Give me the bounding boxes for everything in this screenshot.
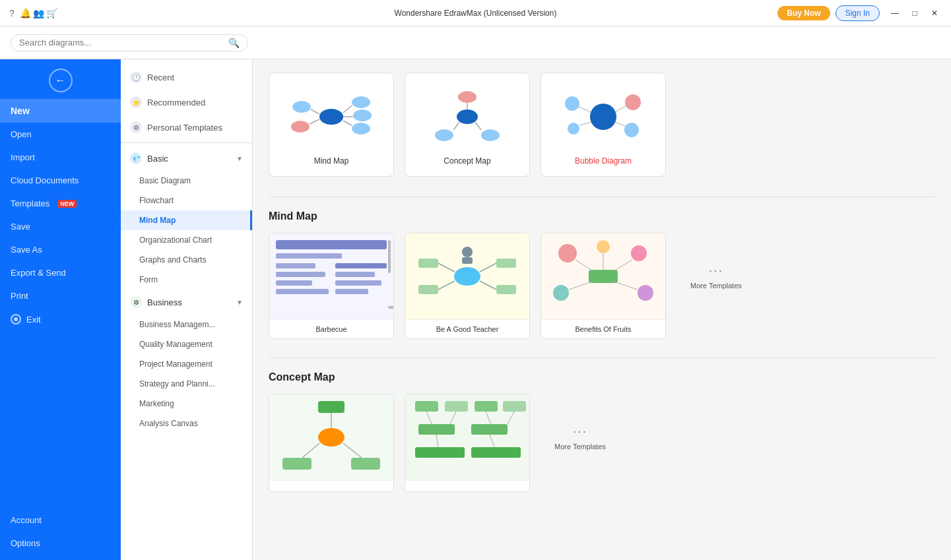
sidebar-item-save[interactable]: Save [0, 215, 121, 238]
back-button[interactable]: ← [0, 62, 121, 99]
mid-nav-recent-label: Recent [147, 73, 174, 82]
section-divider-2 [269, 358, 935, 358]
svg-rect-76 [503, 401, 526, 412]
good-teacher-img [405, 233, 529, 319]
maximize-button[interactable]: □ [905, 3, 925, 23]
sidebar-item-print[interactable]: Print [0, 284, 121, 307]
mid-category-basic[interactable]: 💎 Basic ▼ [121, 146, 252, 171]
svg-point-13 [435, 129, 453, 141]
titlebar-icon-bell[interactable]: 🔔 [20, 8, 30, 18]
titlebar-icon-users[interactable]: 👥 [33, 8, 44, 18]
more-templates-mind-map[interactable]: ··· More Templates [676, 233, 756, 319]
sidebar-item-save-as-label: Save As [11, 245, 42, 255]
svg-line-10 [343, 121, 352, 125]
mid-nav-mind-map[interactable]: Mind Map [121, 210, 252, 230]
svg-rect-74 [445, 401, 468, 412]
sidebar-item-save-as[interactable]: Save As [0, 238, 121, 261]
mid-nav-basic-diagram[interactable]: Basic Diagram [121, 171, 252, 191]
svg-rect-67 [282, 458, 312, 470]
featured-card-bubble-label: Bubble Diagram [575, 156, 632, 166]
search-input[interactable] [19, 38, 226, 47]
svg-line-8 [343, 106, 352, 113]
sign-in-button[interactable]: Sign In [836, 5, 880, 21]
sidebar-item-import[interactable]: Import [0, 146, 121, 169]
sidebar-item-templates[interactable]: Templates NEW [0, 192, 121, 215]
template-barbecue[interactable]: Barbecue [269, 233, 394, 339]
svg-point-3 [352, 96, 370, 108]
concept1-img [269, 394, 393, 480]
svg-point-18 [590, 104, 616, 130]
personal-icon: ⚙ [130, 121, 142, 133]
main-layout: ← New Open Import Cloud Documents Templa… [0, 59, 951, 560]
more-templates-concept-map[interactable]: ··· More Templates [541, 394, 620, 480]
featured-card-bubble-diagram[interactable]: Bubble Diagram [541, 73, 666, 177]
mid-nav-flowchart[interactable]: Flowchart [121, 191, 252, 210]
template-good-teacher[interactable]: Be A Good Teacher [405, 233, 530, 339]
sidebar-item-exit[interactable]: Exit [0, 307, 121, 331]
business-chevron-icon: ▼ [236, 299, 243, 306]
mid-category-business[interactable]: ⚙ Business ▼ [121, 290, 252, 315]
mid-nav-analysis[interactable]: Analysis Canvas [121, 414, 252, 433]
svg-rect-43 [462, 257, 473, 264]
barbecue-label: Barbecue [269, 319, 393, 338]
sidebar-item-print-label: Print [11, 291, 28, 301]
sidebar-item-new[interactable]: New [0, 99, 121, 123]
svg-line-25 [615, 122, 626, 126]
sidebar-item-cloud-label: Cloud Documents [11, 175, 79, 185]
titlebar-icon-help[interactable]: ? [7, 8, 17, 18]
svg-rect-29 [276, 253, 342, 259]
mind-map-section-title: Mind Map [269, 210, 935, 222]
mid-nav-project-mgmt[interactable]: Project Management [121, 354, 252, 374]
svg-rect-35 [335, 272, 375, 277]
toolbar: 🔍 [0, 26, 951, 59]
sidebar-item-export[interactable]: Export & Send [0, 261, 121, 284]
sidebar-item-options[interactable]: Options [0, 532, 121, 555]
mid-nav-business-mgmt[interactable]: Business Managem... [121, 315, 252, 334]
mid-nav-marketing[interactable]: Marketing [121, 394, 252, 414]
buy-now-button[interactable]: Buy Now [777, 6, 830, 20]
fruits-img [541, 233, 665, 319]
mid-nav-form[interactable]: Form [121, 270, 252, 290]
left-sidebar: ← New Open Import Cloud Documents Templa… [0, 59, 121, 560]
mid-nav-recommended[interactable]: ⭐ Recommended [121, 90, 252, 115]
svg-line-6 [311, 109, 319, 114]
mid-nav-graphs-charts[interactable]: Graphs and Charts [121, 250, 252, 270]
svg-line-7 [310, 119, 319, 124]
mid-nav-personal[interactable]: ⚙ Personal Templates [121, 115, 252, 140]
featured-card-concept-map[interactable]: Concept Map [405, 73, 530, 177]
mid-category-basic-label: Basic [147, 154, 168, 164]
svg-line-24 [579, 107, 591, 112]
template-concept1[interactable] [269, 394, 394, 492]
svg-rect-31 [276, 272, 325, 277]
sidebar-item-open[interactable]: Open [0, 123, 121, 146]
sidebar-item-account-label: Account [11, 515, 42, 525]
titlebar-icon-cart[interactable]: 🛒 [46, 8, 57, 18]
close-button[interactable]: ✕ [925, 3, 944, 23]
svg-point-65 [318, 428, 344, 447]
sidebar-item-save-label: Save [11, 222, 30, 232]
svg-rect-75 [475, 401, 498, 412]
svg-point-0 [319, 109, 343, 125]
svg-point-14 [481, 129, 500, 141]
sidebar-item-account[interactable]: Account [0, 509, 121, 532]
mid-nav-quality-mgmt[interactable]: Quality Management [121, 334, 252, 354]
svg-rect-39 [388, 306, 393, 309]
svg-rect-73 [415, 401, 438, 412]
back-circle[interactable]: ← [49, 69, 73, 92]
mid-nav-org-chart[interactable]: Organizational Chart [121, 230, 252, 250]
mid-nav-strategy[interactable]: Strategy and Planni... [121, 374, 252, 394]
more-dots-concept-icon: ··· [573, 423, 588, 439]
sidebar-item-cloud[interactable]: Cloud Documents [0, 169, 121, 192]
template-concept2[interactable] [405, 394, 530, 492]
featured-card-mind-map[interactable]: Mind Map [269, 73, 394, 177]
mid-nav-recent[interactable]: 🕐 Recent [121, 65, 252, 90]
concept-map-section-title: Concept Map [269, 371, 935, 383]
minimize-button[interactable]: — [885, 3, 905, 23]
svg-point-57 [553, 285, 569, 301]
svg-rect-50 [496, 259, 516, 268]
template-fruits[interactable]: Benefits Of Fruits [541, 233, 666, 339]
concept1-label [269, 480, 393, 491]
search-box: 🔍 [11, 34, 248, 51]
concept2-label [405, 480, 529, 491]
svg-rect-37 [335, 289, 368, 294]
